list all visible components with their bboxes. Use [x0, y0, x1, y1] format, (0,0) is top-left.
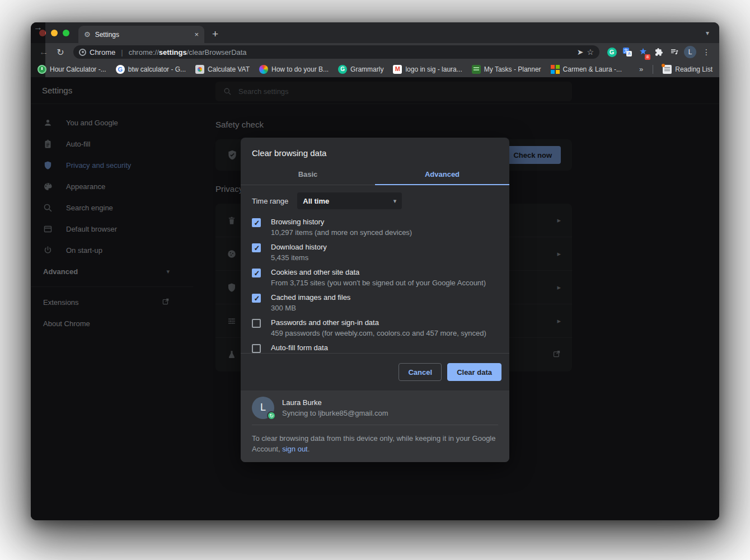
browser-window: ⚙ Settings × + ▾ ← → ↻ Chrome | chrome:/… — [31, 22, 719, 520]
tab-search-chevron-icon[interactable]: ▾ — [706, 29, 709, 37]
new-tab-button[interactable]: + — [212, 28, 218, 40]
dialog-title: Clear browsing data — [241, 138, 509, 165]
toolbar: ← → ↻ Chrome | chrome://settings/clearBr… — [31, 43, 719, 61]
vat-icon — [195, 65, 204, 74]
browser-menu-icon[interactable]: ⋮ — [699, 48, 714, 57]
bookmarks-divider — [653, 65, 653, 74]
grammarly-extension-icon[interactable]: G — [605, 45, 618, 59]
gmail-icon: M — [393, 65, 402, 74]
footer-note: To clear browsing data from this device … — [241, 425, 509, 462]
bookmark-logo-in-sig[interactable]: Mlogo in sig - laura... — [393, 65, 462, 74]
reading-list-button[interactable]: Reading List — [663, 65, 712, 74]
data-types-list: Browsing history10,297 items (and more o… — [241, 217, 509, 354]
bookmarks-overflow-chevron[interactable]: » — [639, 65, 643, 73]
cancel-button[interactable]: Cancel — [399, 363, 442, 381]
tab-basic[interactable]: Basic — [241, 165, 375, 185]
tab-close-icon[interactable]: × — [194, 30, 199, 39]
bookmark-hour-calculator[interactable]: Hour Calculator -... — [38, 65, 106, 74]
dialog-tabs: Basic Advanced — [241, 165, 509, 185]
account-name: Laura Burke — [282, 398, 322, 407]
bookmark-star-icon[interactable]: ☆ — [587, 48, 594, 57]
minimize-window-button[interactable] — [51, 30, 58, 36]
settings-page: Settings You and Google Auto-fill Privac… — [31, 77, 719, 520]
translate-extension-icon[interactable]: 文A — [621, 45, 634, 59]
sign-out-link[interactable]: sign out — [282, 445, 308, 453]
send-icon[interactable]: ➤ — [577, 48, 584, 57]
bookmark-grammarly[interactable]: GGrammarly — [338, 65, 383, 74]
planner-icon — [472, 65, 481, 74]
address-bar[interactable]: Chrome | chrome://settings/clearBrowserD… — [73, 45, 599, 59]
extension-with-badge-icon[interactable]: 8 — [636, 45, 650, 59]
account-row: L↻ Laura BurkeSyncing to ljburke85@gmail… — [241, 390, 509, 425]
url-text: chrome://settings/clearBrowserData — [129, 48, 574, 57]
clear-browsing-data-dialog: Clear browsing data Basic Advanced Time … — [241, 138, 509, 462]
google-g-icon: G — [116, 65, 125, 74]
dialog-actions: Cancel Clear data — [241, 354, 509, 390]
time-range-select[interactable]: All time ▾ — [297, 192, 402, 209]
passwords-checkbox[interactable] — [252, 319, 261, 328]
row-download-history[interactable]: Download history5,435 items — [252, 242, 498, 267]
reload-button[interactable]: ↻ — [53, 47, 68, 58]
bookmark-btw-calculator[interactable]: Gbtw calculator - G... — [116, 65, 186, 74]
site-label: Chrome — [90, 48, 115, 57]
tab-strip: ⚙ Settings × + ▾ — [31, 22, 719, 43]
reading-list-icon — [663, 65, 672, 74]
clear-data-button[interactable]: Clear data — [447, 363, 501, 381]
tab-settings[interactable]: ⚙ Settings × — [78, 26, 204, 43]
time-range-row: Time range All time ▾ — [252, 185, 498, 217]
url-divider: | — [121, 48, 123, 57]
row-autofill-form-data[interactable]: Auto-fill form data — [252, 342, 498, 354]
chrome-logo-icon — [79, 49, 86, 56]
bookmark-calculate-vat[interactable]: Calculate VAT — [195, 65, 250, 74]
playlist-extension-icon[interactable] — [668, 45, 681, 59]
bookmark-my-tasks-planner[interactable]: My Tasks - Planner — [472, 65, 541, 74]
autofill-checkbox[interactable] — [252, 344, 261, 353]
gear-favicon-icon: ⚙ — [84, 31, 91, 38]
cached-images-checkbox[interactable] — [252, 294, 261, 303]
profile-avatar[interactable]: L — [683, 45, 697, 59]
row-cookies[interactable]: Cookies and other site dataFrom 3,715 si… — [252, 267, 498, 292]
bookmarks-bar: Hour Calculator -... Gbtw calculator - G… — [31, 61, 719, 77]
account-sync-status: Syncing to ljburke85@gmail.com — [282, 409, 388, 417]
grammarly-icon: G — [338, 65, 347, 74]
tab-advanced[interactable]: Advanced — [375, 165, 509, 185]
account-avatar: L↻ — [252, 397, 274, 419]
bookmark-carmen-laura[interactable]: Carmen & Laura -... — [551, 65, 622, 74]
chevron-down-icon: ▾ — [393, 197, 397, 205]
time-range-label: Time range — [252, 197, 288, 205]
extensions-puzzle-icon[interactable] — [652, 45, 665, 59]
tab-title: Settings — [95, 31, 190, 39]
row-browsing-history[interactable]: Browsing history10,297 items (and more o… — [252, 217, 498, 242]
zoom-window-button[interactable] — [63, 30, 69, 36]
row-cached-images[interactable]: Cached images and files300 MB — [252, 292, 498, 317]
row-passwords[interactable]: Passwords and other sign-in data459 pass… — [252, 317, 498, 342]
hour-calculator-icon — [38, 65, 46, 74]
rainbow-icon — [259, 65, 268, 74]
browsing-history-checkbox[interactable] — [252, 218, 261, 227]
download-history-checkbox[interactable] — [252, 243, 261, 252]
cookies-checkbox[interactable] — [252, 269, 261, 277]
sync-badge-icon: ↻ — [267, 411, 276, 420]
microsoft-icon — [551, 65, 560, 74]
dialog-footer: L↻ Laura BurkeSyncing to ljburke85@gmail… — [241, 390, 509, 462]
bookmark-how-to[interactable]: How to do your B... — [259, 65, 329, 74]
